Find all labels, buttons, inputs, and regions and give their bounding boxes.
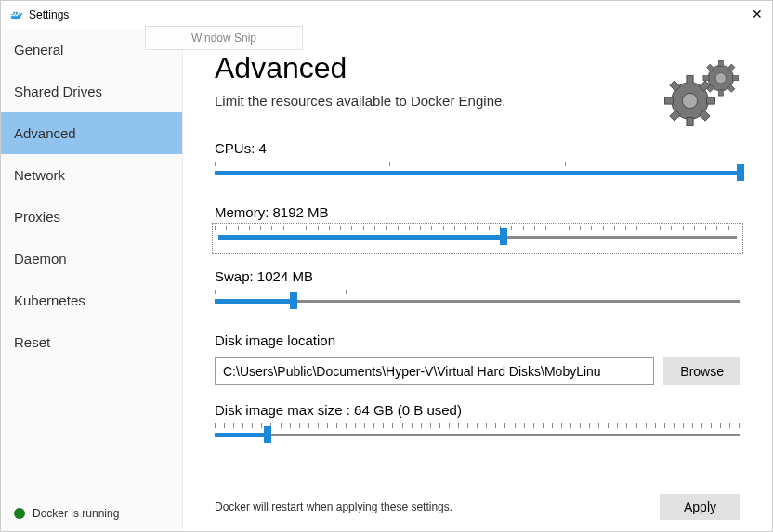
sidebar-item-kubernetes[interactable]: Kubernetes [1,279,182,321]
memory-label: Memory: 8192 MB [215,204,740,220]
status-text: Docker is running [33,507,119,520]
status-bar: Docker is running [1,496,182,531]
sidebar-item-daemon[interactable]: Daemon [1,238,182,279]
disk-location-label: Disk image location [215,332,740,348]
sidebar-item-proxies[interactable]: Proxies [1,196,182,238]
titlebar: Settings ✕ [1,1,772,29]
swap-slider[interactable] [215,290,740,316]
disk-size-slider-thumb[interactable] [264,426,271,443]
svg-point-4 [715,73,726,84]
disk-location-input[interactable] [215,357,654,385]
disk-size-slider[interactable] [215,423,740,449]
browse-button[interactable]: Browse [663,357,740,385]
cpu-slider[interactable] [215,162,740,188]
close-icon[interactable]: ✕ [752,6,763,21]
sidebar-item-shared-drives[interactable]: Shared Drives [1,71,182,112]
cpu-slider-thumb[interactable] [737,164,744,181]
memory-slider-thumb[interactable] [500,228,507,245]
sidebar-item-network[interactable]: Network [1,154,182,196]
sidebar-item-general[interactable]: General [1,29,182,71]
sidebar-item-reset[interactable]: Reset [1,321,182,363]
swap-slider-thumb[interactable] [290,292,297,309]
swap-label: Swap: 1024 MB [215,268,740,284]
restart-note: Docker will restart when applying these … [215,500,452,513]
sidebar: General Shared Drives Advanced Network P… [1,29,183,531]
svg-rect-2 [687,76,693,84]
status-indicator-icon [14,508,25,519]
memory-slider[interactable] [215,226,740,252]
window-title: Settings [29,8,69,21]
disk-size-label: Disk image max size : 64 GB (0 B used) [215,402,740,418]
content-pane: Advanced Limit the resources available t… [183,29,772,531]
apply-button[interactable]: Apply [660,494,740,520]
gears-icon [661,55,744,141]
cpu-label: CPUs: 4 [215,140,740,156]
svg-point-1 [682,93,697,108]
sidebar-item-advanced[interactable]: Advanced [1,112,182,154]
docker-icon [8,7,23,22]
